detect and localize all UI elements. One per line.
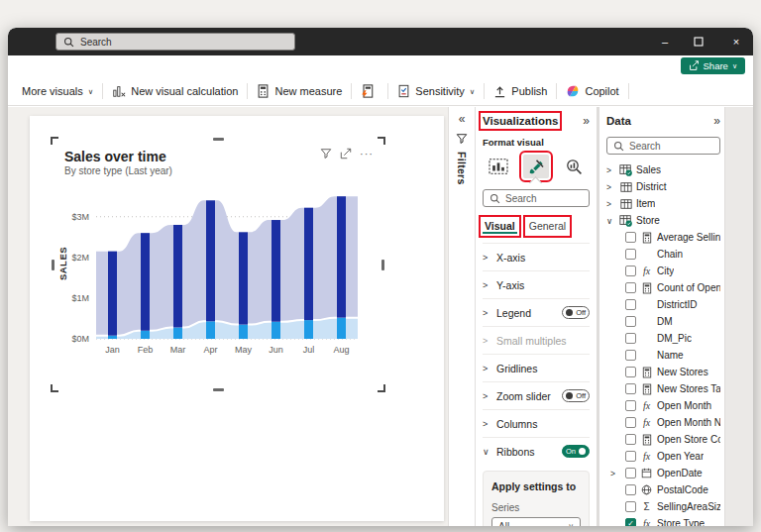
field-checkbox[interactable]: [625, 249, 636, 260]
field-checkbox[interactable]: ✓: [625, 518, 636, 526]
expander-icon[interactable]: ∨: [606, 216, 615, 226]
field-row[interactable]: PostalCode: [606, 481, 720, 498]
field-checkbox[interactable]: [625, 333, 636, 344]
data-search-input[interactable]: Search: [606, 137, 720, 155]
field-checkbox[interactable]: [625, 282, 636, 293]
field-row[interactable]: Chain: [606, 246, 720, 263]
field-checkbox[interactable]: [625, 383, 636, 394]
expander-icon[interactable]: >: [483, 280, 490, 290]
field-row[interactable]: > Item: [606, 195, 720, 212]
field-row[interactable]: ∨ Store: [606, 212, 720, 229]
field-checkbox[interactable]: [625, 468, 636, 479]
format-search-input[interactable]: Search: [483, 189, 590, 207]
expander-icon[interactable]: >: [483, 419, 490, 429]
field-checkbox[interactable]: [625, 484, 636, 495]
report-page[interactable]: ··· Sales over time By store type (Last …: [30, 116, 444, 521]
format-tab[interactable]: Visual: [483, 219, 517, 234]
setting-row[interactable]: > Legend Off: [483, 298, 590, 326]
field-row[interactable]: ✓ fx Store Type: [606, 515, 720, 526]
toolbar-button[interactable]: Publish: [485, 77, 556, 105]
expander-icon[interactable]: >: [610, 469, 619, 479]
field-checkbox[interactable]: [625, 299, 636, 310]
format-tab[interactable]: General: [527, 219, 568, 234]
field-row[interactable]: fx Open Year: [606, 448, 720, 465]
field-checkbox[interactable]: [625, 350, 636, 361]
selection-handle[interactable]: [52, 260, 54, 270]
collapse-pane-icon[interactable]: »: [713, 114, 720, 128]
setting-row[interactable]: > X-axis: [483, 243, 590, 270]
close-button[interactable]: ×: [729, 36, 743, 48]
field-row[interactable]: Open Store Co...: [606, 431, 720, 448]
setting-row[interactable]: > Small multiples: [483, 326, 590, 354]
toolbar-button[interactable]: New visual calculation: [103, 77, 247, 105]
search-input[interactable]: Search: [55, 33, 295, 51]
toolbar-button[interactable]: New measure: [248, 77, 351, 105]
expander-icon[interactable]: >: [483, 308, 490, 318]
expand-pane-icon[interactable]: «: [459, 112, 466, 126]
minimize-button[interactable]: –: [658, 36, 672, 48]
field-row[interactable]: DM_Pic: [606, 330, 720, 347]
field-row[interactable]: DM: [606, 313, 720, 330]
selection-handle[interactable]: [378, 384, 385, 392]
toolbar-button[interactable]: Sensitivity ∨: [388, 77, 484, 105]
expander-icon[interactable]: ∨: [483, 447, 490, 457]
expander-icon[interactable]: >: [483, 364, 490, 373]
field-checkbox[interactable]: [625, 367, 636, 377]
toggle-switch[interactable]: Off: [562, 389, 590, 402]
field-checkbox[interactable]: [625, 434, 636, 445]
selection-handle[interactable]: [378, 137, 385, 145]
selection-handle[interactable]: [213, 138, 224, 141]
field-row[interactable]: Count of Open...: [606, 279, 720, 296]
selection-handle[interactable]: [381, 260, 384, 270]
field-row[interactable]: fx Open Month No: [606, 414, 720, 431]
toolbar-button[interactable]: More visuals ∨: [8, 77, 102, 105]
collapse-pane-icon[interactable]: »: [583, 114, 590, 128]
focus-mode-icon[interactable]: [340, 148, 352, 160]
format-visual-icon[interactable]: [523, 155, 549, 178]
field-checkbox[interactable]: [625, 316, 636, 327]
toggle-switch[interactable]: Off: [562, 306, 590, 319]
setting-row[interactable]: ∨ Ribbons On: [483, 437, 590, 465]
field-row[interactable]: Average Selling...: [606, 229, 720, 246]
field-row[interactable]: > District: [606, 178, 720, 195]
setting-row[interactable]: > Gridlines: [483, 354, 590, 381]
filters-pane-collapsed[interactable]: « Filters: [448, 107, 476, 526]
field-row[interactable]: New Stores Tar...: [606, 380, 720, 397]
toolbar-button[interactable]: Copilot: [557, 77, 627, 105]
analytics-icon[interactable]: [561, 155, 587, 178]
expander-icon[interactable]: >: [483, 391, 490, 401]
selection-handle[interactable]: [51, 137, 58, 145]
field-row[interactable]: Σ SellingAreaSize: [606, 498, 720, 515]
selection-handle[interactable]: [213, 388, 224, 391]
expander-icon[interactable]: >: [606, 182, 615, 192]
field-row[interactable]: > Sales: [606, 161, 720, 178]
filter-icon[interactable]: [320, 148, 332, 160]
field-row[interactable]: fx Open Month: [606, 397, 720, 414]
toolbar-button[interactable]: [352, 77, 387, 105]
expander-icon[interactable]: >: [606, 165, 615, 175]
field-checkbox[interactable]: [625, 400, 636, 411]
field-checkbox[interactable]: [625, 501, 636, 512]
field-checkbox[interactable]: [625, 417, 636, 428]
report-canvas[interactable]: ··· Sales over time By store type (Last …: [8, 107, 448, 526]
field-checkbox[interactable]: [625, 232, 636, 243]
setting-row[interactable]: > Y-axis: [483, 270, 590, 298]
field-row[interactable]: fx City: [606, 263, 720, 279]
field-checkbox[interactable]: [625, 451, 636, 462]
share-button[interactable]: Share ∨: [681, 57, 745, 74]
selection-handle[interactable]: [51, 384, 58, 392]
field-row[interactable]: > OpenDate: [606, 465, 720, 481]
maximize-button[interactable]: [694, 37, 707, 47]
field-row[interactable]: DistrictID: [606, 296, 720, 313]
setting-row[interactable]: > Columns: [483, 409, 590, 437]
series-dropdown[interactable]: All ∨: [491, 517, 581, 526]
build-visual-icon[interactable]: [486, 155, 511, 178]
field-checkbox[interactable]: [625, 266, 636, 276]
chart-visual[interactable]: ··· Sales over time By store type (Last …: [54, 141, 381, 388]
setting-row[interactable]: > Zoom slider Off: [483, 381, 590, 409]
toggle-switch[interactable]: On: [562, 445, 590, 458]
field-row[interactable]: New Stores: [606, 364, 720, 380]
expander-icon[interactable]: >: [606, 199, 615, 209]
expander-icon[interactable]: >: [483, 253, 490, 263]
expander-icon[interactable]: >: [483, 336, 490, 346]
